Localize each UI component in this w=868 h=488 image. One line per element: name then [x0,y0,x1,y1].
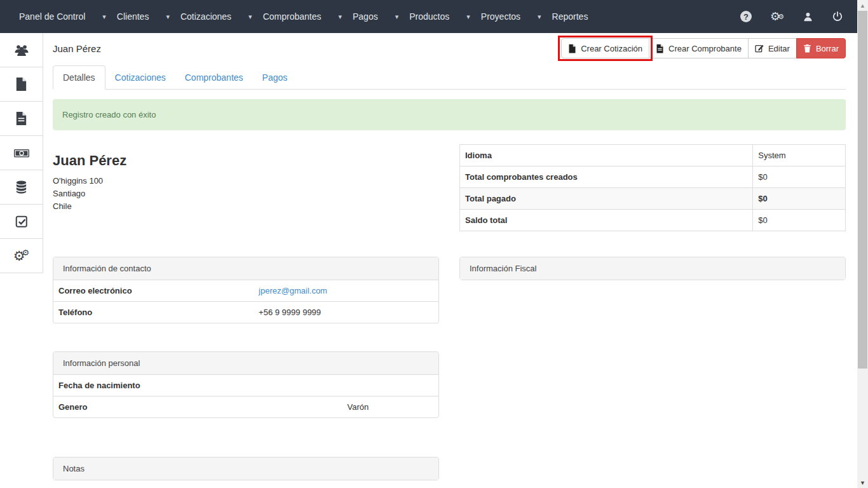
sidebar-item-quotes[interactable] [0,67,43,102]
sidebar-item-tasks[interactable] [0,205,43,239]
panel-title: Información Fiscal [460,257,845,280]
database-icon [14,180,29,194]
sidebar-item-settings[interactable]: ⚙⚙ [0,239,43,273]
nav-item-label: Panel de Control [19,11,85,22]
nav-item-label: Comprobantes [263,11,322,22]
settings-icon[interactable]: ⚙⚙ [770,11,784,22]
client-summary-row: Juan Pérez O'higgins 100 Santiago Chile … [53,144,846,231]
money-icon [13,146,30,161]
chevron-down-icon[interactable]: ▾ [338,13,342,21]
nav-item-label: Cotizaciones [180,11,231,22]
sidebar-item-invoices[interactable] [0,102,43,136]
nav-item-cotizaciones[interactable]: ▾ Cotizaciones [166,11,231,22]
tab-cotizaciones[interactable]: Cotizaciones [105,66,175,89]
gender-value: Varón [342,396,439,418]
email-link[interactable]: jperez@gmail.com [259,286,327,295]
table-row: Total pagado $0 [460,188,846,210]
table-row: Total comprobantes creados $0 [460,166,846,188]
table-row: Genero Varón [53,396,438,418]
users-icon [14,43,29,58]
scrollbar-thumb[interactable] [858,11,867,369]
nav-item-clientes[interactable]: ▾ Clientes [102,11,149,22]
client-address-line: O'higgins 100 [53,175,439,187]
file-text-icon [656,44,664,53]
contact-table: Correo electrónico jperez@gmail.com Telé… [53,280,438,323]
success-alert: Registro creado con éxito [53,99,846,130]
help-icon-glyph: ? [740,11,752,22]
nav-item-label: Productos [409,11,449,22]
tab-detalles[interactable]: Detalles [53,65,105,90]
check-square-icon [15,215,29,229]
chevron-down-icon[interactable]: ▾ [102,13,106,21]
summary-table: Idioma System Total comprobantes creados… [459,144,846,231]
panel-title: Información de contacto [53,257,438,280]
nav-item-label: Pagos [353,11,378,22]
personal-info-panel: Información personal Fecha de nacimiento… [53,351,439,418]
panels-row: Información de contacto Correo electróni… [53,257,846,323]
nav-item-comprobantes[interactable]: ▾ Comprobantes [248,11,321,22]
chevron-down-icon[interactable]: ▾ [166,13,170,21]
scroll-up-arrow-icon[interactable]: ▲ [857,0,868,11]
header-button-group: Crear Cotización Crear Comprobante Edita… [561,38,846,58]
top-navbar: Panel de Control ▾ Clientes ▾ Cotizacion… [0,0,857,33]
nav-item-label: Reportes [552,11,588,22]
client-name: Juan Pérez [53,152,439,169]
chevron-down-icon[interactable]: ▾ [248,13,252,21]
panel-title: Notas [53,458,438,480]
sidebar-item-payments[interactable] [0,136,43,170]
nav-item-label: Proyectos [481,11,520,22]
client-info-block: Juan Pérez O'higgins 100 Santiago Chile [53,144,439,231]
chevron-down-icon[interactable]: ▾ [466,13,470,21]
table-row: Correo electrónico jperez@gmail.com [53,280,438,302]
tab-pagos[interactable]: Pagos [253,66,297,89]
nav-item-pagos[interactable]: ▾ Pagos [338,11,377,22]
gears-icon: ⚙⚙ [13,248,29,264]
edit-icon [755,44,764,53]
client-city: Santiago [53,187,439,200]
page-title: Juan Pérez [53,43,101,54]
vertical-scrollbar[interactable]: ▲ ▼ [857,0,868,488]
page-header: Juan Pérez Crear Cotización Crear Compro… [53,33,846,64]
chevron-down-icon[interactable]: ▾ [538,13,541,21]
file-icon [15,77,28,92]
navbar-icon-group: ? ⚙⚙ [740,11,843,22]
table-row: Teléfono +56 9 9999 9999 [53,302,438,323]
delete-button[interactable]: Borrar [796,38,846,58]
fiscal-info-panel: Información Fiscal [459,257,846,280]
client-summary-block: Idioma System Total comprobantes creados… [459,144,846,231]
user-icon[interactable] [803,11,813,22]
main-content: Juan Pérez Crear Cotización Crear Compro… [43,33,857,488]
nav-item-proyectos[interactable]: ▾ Proyectos [466,11,520,22]
trash-icon [803,44,811,53]
scroll-down-arrow-icon[interactable]: ▼ [857,477,868,488]
sidebar-item-products[interactable] [0,170,43,205]
create-quote-button[interactable]: Crear Cotización [561,38,649,58]
table-row: Idioma System [460,145,846,166]
help-icon[interactable]: ? [740,11,752,22]
file-text-icon [15,111,28,126]
contact-info-panel: Información de contacto Correo electróni… [53,257,439,323]
table-row: Fecha de nacimiento [53,375,438,396]
nav-item-panel-de-control[interactable]: Panel de Control [19,11,85,22]
chevron-down-icon[interactable]: ▾ [395,13,399,21]
sidebar-item-clients[interactable] [0,33,43,67]
tab-bar: Detalles Cotizaciones Comprobantes Pagos [53,64,846,90]
tab-content: Registro creado con éxito Juan Pérez O'h… [53,99,846,480]
table-row: Saldo total $0 [460,210,846,231]
client-country: Chile [53,200,439,213]
nav-item-label: Clientes [117,11,149,22]
phone-value: +56 9 9999 9999 [254,302,438,323]
edit-button[interactable]: Editar [748,38,797,58]
notes-panel: Notas [53,457,439,480]
birthdate-value [342,375,439,396]
tab-comprobantes[interactable]: Comprobantes [175,66,253,89]
panel-title: Información personal [53,352,438,374]
power-icon[interactable] [832,11,843,22]
nav-item-productos[interactable]: ▾ Productos [395,11,450,22]
icon-sidebar: ⚙⚙ [0,33,43,273]
personal-table: Fecha de nacimiento Genero Varón [53,374,438,417]
file-icon [568,44,576,53]
create-invoice-button[interactable]: Crear Comprobante [649,38,749,58]
nav-item-reportes[interactable]: ▾ Reportes [538,11,588,22]
